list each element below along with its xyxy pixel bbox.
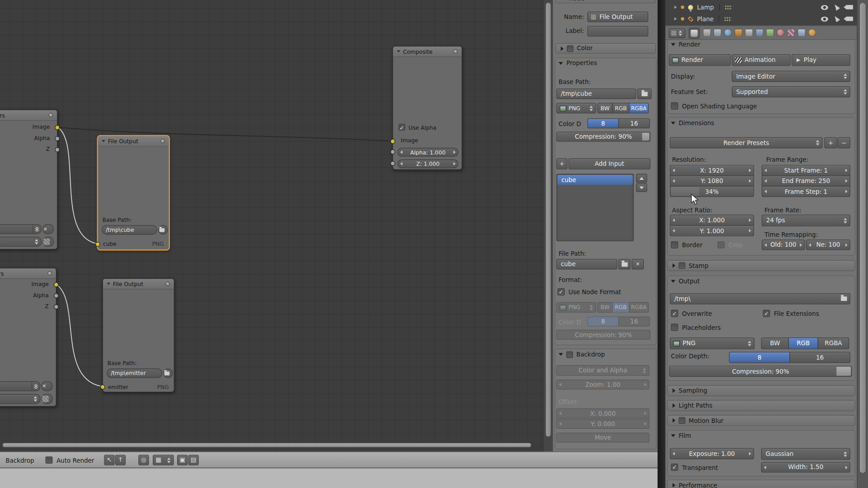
aspect-y-stepper[interactable]: Y: 1.000 [670,225,754,236]
node-header[interactable]: File Output [103,279,174,289]
rgb-button[interactable]: RGB [612,302,629,313]
increment-icon[interactable] [845,243,848,246]
users-count-button[interactable]: 8 [33,225,41,234]
node-header[interactable]: Composite [393,47,462,57]
z-value-stepper[interactable]: Z: 1.000 [397,160,458,169]
rgba-button[interactable]: RGBA [629,103,649,113]
decrement-icon[interactable] [673,169,675,172]
scene-datablock-field[interactable]: Scene 8 [0,381,40,391]
image-input-socket[interactable] [95,242,100,247]
render-layers-tab-icon[interactable] [713,29,721,37]
end-frame-stepper[interactable]: End Frame: 250 [762,175,850,186]
render-layer-button[interactable] [42,394,52,404]
display-dropdown[interactable]: Image Editor [732,71,850,82]
node-header[interactable]: Render Layers [0,110,57,121]
selectable-cursor-icon[interactable] [833,15,840,23]
increment-icon[interactable] [749,179,751,183]
compression-slider[interactable]: Compression: 90% [557,131,651,141]
offset-y-stepper[interactable]: Y: 0.000 [557,419,650,429]
outliner-row-lamp[interactable]: Lamp [665,2,857,12]
animation-button[interactable]: Animation [732,54,791,66]
constraints-tab-icon[interactable] [745,29,753,37]
selectable-cursor-icon[interactable] [833,3,840,11]
transparent-checkbox[interactable]: ✓ [671,464,678,471]
stamp-checkbox[interactable] [679,262,685,269]
render-layers-node-1[interactable]: Render Layers Image Alpha Z Scene 8 ✕ cu… [0,109,57,249]
remove-preset-button[interactable]: − [838,137,850,148]
texture-tab-icon[interactable] [787,29,795,37]
base-path-field[interactable]: /tmp\cube [102,225,157,235]
frame-step-stepper[interactable]: Frame Step: 1 [762,186,850,197]
rgb-button[interactable]: RGB [788,338,818,349]
color-checkbox[interactable] [567,45,574,52]
outliner-item-name[interactable]: Plane [697,15,714,23]
decrement-icon[interactable] [673,179,675,183]
depth-8-button[interactable]: 8 [729,352,790,363]
image-output-socket[interactable] [54,282,59,287]
alpha-value-stepper[interactable]: Alpha: 1.000 [397,148,458,157]
node-header[interactable]: File Output [98,136,169,146]
increment-icon[interactable] [453,162,456,165]
collapse-icon[interactable] [397,50,400,52]
increment-icon[interactable] [644,412,646,415]
alpha-output-socket[interactable] [55,136,60,141]
decrement-icon[interactable] [673,219,675,222]
film-panel-header[interactable]: Film [671,432,691,439]
motion-blur-panel-header[interactable]: Motion Blur [667,415,855,426]
properties-scrollbar-thumb[interactable] [859,2,866,474]
decrement-icon[interactable] [559,422,561,425]
decrement-icon[interactable] [764,179,767,183]
unlink-button[interactable]: ✕ [42,224,53,234]
properties-panel-header[interactable]: Properties [559,60,597,67]
depth-16-button[interactable]: 16 [618,316,650,326]
physics-tab-icon[interactable] [808,29,816,37]
object-tab-icon[interactable] [735,29,742,37]
filter-type-dropdown[interactable]: Gaussian [761,448,850,460]
render-layer-select[interactable]: emitter [0,394,40,404]
vertical-scrollbar-track[interactable] [543,0,552,451]
time-remap-old-stepper[interactable]: Old: 100 [762,239,805,250]
compression-slider[interactable]: Compression: 90% [669,366,852,376]
increment-icon[interactable] [800,243,802,246]
world-tab-icon[interactable] [724,29,732,37]
decrement-icon[interactable] [400,162,402,165]
format-dropdown[interactable]: PNG [557,103,596,113]
editor-divider[interactable] [658,0,665,488]
motion-blur-checkbox[interactable] [679,417,685,424]
backdrop-panel-header[interactable]: Backdrop [559,351,605,358]
renderable-camera-icon[interactable] [846,5,853,9]
outliner-row-plane[interactable]: Plane [665,14,857,24]
render-layers-node-2[interactable]: Render Layers Image Alpha Z Scene 8 ✕ em… [0,268,57,407]
node-preview-icon[interactable] [165,282,170,286]
editor-type-selector[interactable] [669,28,685,38]
border-checkbox[interactable] [671,241,678,249]
z-input-socket[interactable] [390,161,395,166]
material-tab-icon[interactable] [777,29,784,37]
node-label-field[interactable] [587,26,648,37]
move-up-button[interactable]: ↑ [115,455,126,465]
depth-8-button[interactable]: 8 [587,118,619,128]
image-input-socket[interactable] [390,139,395,144]
auto-render-checkbox[interactable] [45,456,52,464]
renderable-camera-icon[interactable] [846,17,853,21]
depth-16-button[interactable]: 16 [618,118,650,128]
start-frame-stepper[interactable]: Start Frame: 1 [762,165,850,176]
increment-icon[interactable] [453,150,456,154]
format-dropdown[interactable]: PNG [557,302,596,313]
increment-icon[interactable] [644,383,646,386]
image-input-socket[interactable] [100,385,105,389]
crop-checkbox[interactable] [717,241,725,249]
remove-slot-button[interactable]: ✕ [632,259,644,269]
file-path-field[interactable]: cube [557,259,618,269]
composite-node[interactable]: Composite ✓ Use Alpha Image Alpha: 1.000… [392,46,462,170]
node-name-field[interactable]: File Output [587,12,648,22]
visibility-eye-icon[interactable] [821,5,828,10]
file-output-node-1[interactable]: File Output Base Path: /tmp\cube cube PN… [98,136,170,250]
collapse-icon[interactable] [107,283,110,285]
time-remap-new-stepper[interactable]: Ne: 100 [806,239,850,250]
color-panel-header[interactable]: Color [555,43,656,54]
file-slots-list[interactable]: cube [557,174,634,241]
node-editor-canvas[interactable]: Render Layers Image Alpha Z Scene 8 ✕ cu… [0,0,543,451]
alpha-output-socket[interactable] [54,293,59,298]
increment-icon[interactable] [749,219,751,222]
